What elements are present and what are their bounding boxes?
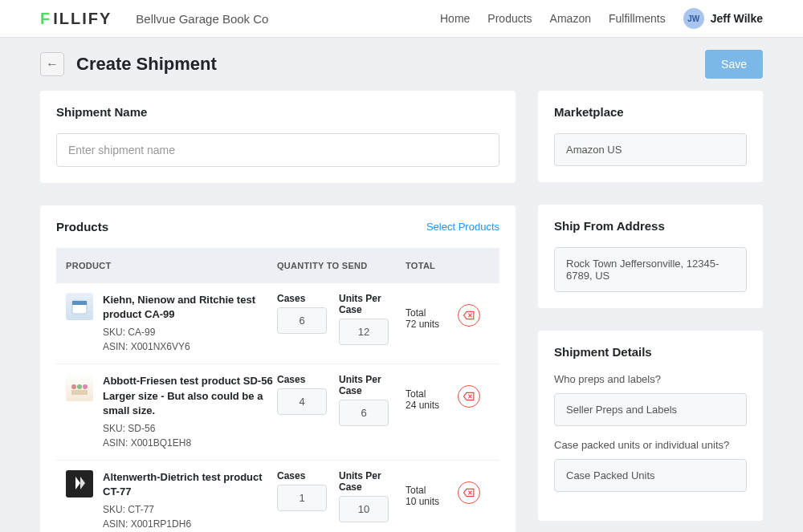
svg-point-4	[83, 384, 88, 389]
product-sku: SKU: SD-56	[103, 421, 277, 436]
content: Shipment Name Products Select Products P…	[0, 91, 803, 532]
nav-fulfillments[interactable]: Fulfillments	[609, 12, 666, 25]
org-name: Bellvue Garage Book Co	[136, 12, 268, 26]
delete-product-button[interactable]	[458, 481, 480, 504]
save-button[interactable]: Save	[705, 50, 763, 79]
title-bar: ← Create Shipment Save	[0, 38, 803, 91]
select-products-link[interactable]: Select Products	[426, 221, 499, 233]
logo-icon: F	[40, 10, 51, 28]
col-header-qty: QUANTITY TO SEND	[277, 261, 406, 270]
preps-label: Who preps and labels?	[554, 373, 747, 385]
units-per-case-input[interactable]	[339, 400, 389, 426]
side-column: Marketplace Amazon US Ship From Address …	[538, 91, 763, 532]
product-row: Altenwerth-Dietrich test product CT-77 S…	[56, 461, 499, 532]
product-sku: SKU: CA-99	[103, 325, 277, 339]
main-column: Shipment Name Products Select Products P…	[40, 91, 516, 532]
app-header: FILLIFY Bellvue Garage Book Co Home Prod…	[0, 0, 803, 38]
units-per-case-label: Units Per Case	[339, 293, 406, 315]
delete-product-button[interactable]	[458, 304, 480, 327]
total-label: Total	[406, 485, 458, 496]
delete-product-button[interactable]	[458, 385, 480, 408]
ship-from-card: Ship From Address Rock Town Jeffersonvil…	[538, 205, 763, 308]
marketplace-card: Marketplace Amazon US	[538, 91, 763, 182]
cases-input[interactable]	[277, 307, 327, 334]
products-card: Products Select Products PRODUCT QUANTIT…	[40, 205, 516, 532]
product-asin: ASIN: X001BQ1EH8	[103, 436, 277, 450]
marketplace-select[interactable]: Amazon US	[554, 133, 747, 166]
svg-point-3	[77, 384, 82, 389]
header-right: Home Products Amazon Fulfillments JW Jef…	[440, 8, 763, 29]
product-name: Kiehn, Nienow and Ritchie test product C…	[103, 293, 277, 322]
product-asin: ASIN: X001NX6VY6	[103, 339, 277, 354]
header-left: FILLIFY Bellvue Garage Book Co	[40, 10, 268, 28]
products-heading: Products	[56, 220, 108, 234]
arrow-left-icon: ←	[46, 57, 59, 71]
cases-input[interactable]	[277, 388, 327, 415]
user-name: Jeff Wilke	[711, 12, 763, 25]
packed-label: Case packed units or individual units?	[554, 439, 747, 451]
marketplace-heading: Marketplace	[538, 91, 763, 133]
product-name: Altenwerth-Dietrich test product CT-77	[103, 470, 277, 499]
units-per-case-input[interactable]	[339, 319, 389, 345]
nav-amazon[interactable]: Amazon	[550, 12, 591, 25]
shipment-details-heading: Shipment Details	[538, 331, 763, 373]
svg-point-2	[71, 384, 76, 389]
product-row: Abbott-Friesen test product SD-56 Larger…	[56, 364, 499, 461]
title-left: ← Create Shipment	[40, 52, 217, 76]
cases-input[interactable]	[277, 485, 327, 511]
page-title: Create Shipment	[76, 54, 217, 75]
svg-rect-1	[72, 301, 87, 305]
shipment-name-heading: Shipment Name	[40, 91, 516, 133]
total-label: Total	[406, 388, 458, 400]
units-per-case-label: Units Per Case	[339, 470, 406, 493]
units-per-case-label: Units Per Case	[339, 374, 406, 396]
avatar: JW	[683, 8, 704, 29]
preps-select[interactable]: Seller Preps and Labels	[554, 393, 747, 426]
product-sku: SKU: CT-77	[103, 502, 277, 517]
col-header-product: PRODUCT	[66, 261, 277, 270]
product-asin: ASIN: X001RP1DH6	[103, 517, 277, 531]
shipment-details-card: Shipment Details Who preps and labels? S…	[538, 331, 763, 521]
total-label: Total	[406, 307, 458, 319]
col-header-total: TOTAL	[406, 261, 490, 270]
logo[interactable]: FILLIFY	[40, 10, 112, 28]
product-thumbnail	[66, 374, 93, 401]
logo-text: ILLIFY	[53, 10, 112, 28]
products-table-header: PRODUCT QUANTITY TO SEND TOTAL	[56, 248, 499, 283]
nav-home[interactable]: Home	[440, 12, 470, 25]
cases-label: Cases	[277, 293, 327, 304]
cases-label: Cases	[277, 374, 327, 385]
product-row: Kiehn, Nienow and Ritchie test product C…	[56, 283, 499, 364]
svg-rect-5	[71, 390, 88, 395]
product-thumbnail	[66, 470, 93, 497]
delete-icon	[463, 311, 475, 320]
user-menu[interactable]: JW Jeff Wilke	[683, 8, 763, 29]
ship-from-heading: Ship From Address	[538, 205, 763, 247]
units-per-case-input[interactable]	[339, 496, 389, 522]
shipment-name-input[interactable]	[56, 133, 499, 167]
delete-icon	[463, 392, 475, 401]
nav-products[interactable]: Products	[487, 12, 532, 25]
back-button[interactable]: ←	[40, 52, 64, 76]
cases-label: Cases	[277, 470, 327, 481]
product-name: Abbott-Friesen test product SD-56 Larger…	[103, 374, 277, 418]
product-thumbnail	[66, 293, 93, 320]
delete-icon	[463, 488, 475, 497]
total-value: 72 units	[406, 319, 458, 330]
shipment-name-card: Shipment Name	[40, 91, 516, 183]
total-value: 10 units	[406, 496, 458, 507]
total-value: 24 units	[406, 400, 458, 411]
ship-from-select[interactable]: Rock Town Jeffersonville, 12345-6789, US	[554, 247, 747, 292]
packed-select[interactable]: Case Packed Units	[554, 459, 747, 492]
